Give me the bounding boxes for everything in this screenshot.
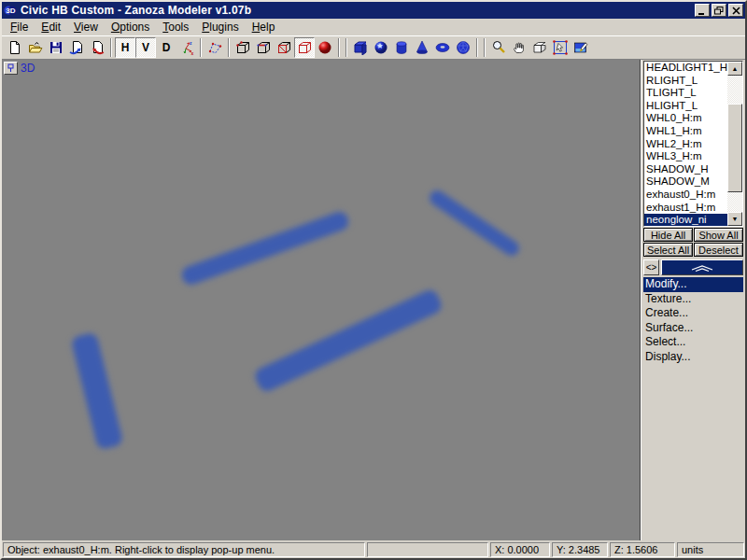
zoom-tool-button[interactable] [488, 37, 509, 58]
faces-mode-button[interactable] [274, 37, 294, 58]
side-menu-item-modify[interactable]: Modify... [643, 277, 743, 292]
side-menu-item-surface[interactable]: Surface... [643, 321, 743, 336]
object-list-item[interactable]: exhaust0_H:m [644, 189, 727, 202]
object-list-item[interactable]: HLIGHT_L [644, 100, 727, 113]
pan-tool-button[interactable] [509, 37, 529, 58]
save-file-button[interactable] [46, 37, 66, 58]
toolbar-separator [228, 38, 230, 57]
neon-bar-right[interactable] [427, 188, 522, 259]
view-cube-button[interactable] [529, 37, 550, 58]
arrow-down-icon: ▼ [732, 216, 739, 222]
side-menu-item-create[interactable]: Create... [643, 306, 743, 321]
object-list-item[interactable]: HEADLIGHT1_H [644, 62, 727, 75]
scrollbar-track[interactable] [727, 76, 742, 212]
status-message: Object: exhaust0_H:m. Right-click to dis… [3, 542, 365, 557]
objects-mode-button[interactable] [294, 37, 315, 58]
polygon-select-button[interactable] [204, 37, 225, 58]
window-title: Civic HB Custom - Zanoza Modeler v1.07b [21, 4, 693, 17]
scrollbar-thumb[interactable] [727, 104, 742, 192]
select-all-button[interactable]: Select All [643, 243, 693, 257]
menu-item-file[interactable]: File [4, 19, 35, 35]
object-list-item[interactable]: exhaust1_H:m [644, 202, 727, 215]
pin-icon [7, 63, 15, 73]
create-cone-button[interactable] [412, 37, 432, 58]
scroll-up-button[interactable]: ▲ [727, 62, 742, 76]
neon-bar-middle[interactable] [253, 287, 444, 394]
create-torus-button[interactable] [432, 37, 453, 58]
viewport[interactable]: 3D [2, 60, 641, 540]
new-file-icon [7, 40, 22, 55]
arrow-up-icon: ▲ [732, 65, 739, 72]
object-list-item[interactable]: WHL3_H:m [644, 150, 727, 163]
object-list-item[interactable]: TLIGHT_L [644, 87, 727, 100]
list-scrollbar[interactable]: ▲ ▼ [727, 62, 742, 226]
toolbar-separator [338, 38, 340, 57]
vertical-view-button[interactable]: V [135, 37, 156, 58]
app-window: 3D Civic HB Custom - Zanoza Modeler v1.0… [0, 0, 747, 560]
create-sphere-button[interactable] [371, 37, 391, 58]
object-list-item[interactable]: RLIGHT_L [644, 75, 727, 88]
polygon-select-icon [207, 40, 222, 55]
minimize-button[interactable] [695, 4, 710, 17]
viewport-pin-button[interactable] [4, 62, 18, 75]
cylinder-primitive-icon [394, 40, 409, 55]
show-all-button[interactable]: Show All [694, 228, 743, 242]
main-area: 3D HEADLIGHT1_HRLIGHT_LTLIGHT_LHLIGHT_LW… [2, 60, 745, 540]
object-list-item[interactable]: WHL2_H:m [644, 138, 727, 151]
render-tool-button[interactable] [571, 37, 591, 58]
neon-bar-top[interactable] [179, 209, 351, 287]
menu-item-plugins[interactable]: Plugins [195, 19, 245, 35]
import-arrow-icon [69, 40, 84, 55]
edges-mode-button[interactable] [253, 37, 274, 58]
create-geosphere-button[interactable] [453, 37, 473, 58]
faces-mode-cube-icon [276, 40, 292, 56]
side-menu-item-texture[interactable]: Texture... [643, 292, 743, 307]
close-button[interactable] [728, 4, 743, 17]
new-file-button[interactable] [5, 37, 25, 58]
hide-all-button[interactable]: Hide All [643, 228, 693, 242]
status-y-coordinate: Y: 2.3485 [552, 542, 608, 557]
rollup-button[interactable] [661, 259, 743, 275]
select-tool-button[interactable] [550, 37, 571, 58]
side-menu-item-display[interactable]: Display... [643, 350, 743, 365]
viewport-label: 3D [21, 62, 35, 75]
side-menu-item-select[interactable]: Select... [643, 335, 743, 350]
restore-button[interactable] [712, 4, 726, 17]
neon-bar-left[interactable] [70, 331, 123, 450]
side-menu: Modify...Texture...Create...Surface...Se… [643, 277, 743, 365]
magnifier-icon [491, 40, 506, 55]
create-box-button[interactable] [350, 37, 371, 58]
toolbar-separator [200, 38, 202, 57]
object-list-item[interactable]: neonglow_ni [644, 214, 727, 226]
vertices-mode-button[interactable] [233, 37, 253, 58]
horizontal-view-button[interactable]: H [115, 37, 135, 58]
create-cylinder-button[interactable] [391, 37, 412, 58]
object-list-item[interactable]: WHL1_H:m [644, 125, 727, 138]
object-list-item[interactable]: SHADOW_M [644, 175, 727, 189]
object-list-item[interactable]: WHL0_H:m [644, 112, 727, 125]
status-spacer [367, 542, 488, 557]
open-file-button[interactable] [25, 37, 46, 58]
import-button[interactable] [66, 37, 87, 58]
deselect-button[interactable]: Deselect [694, 243, 743, 257]
xyz-axes-icon: zx [179, 40, 194, 55]
menu-item-tools[interactable]: Tools [156, 19, 195, 35]
diagonal-view-button[interactable]: D [156, 37, 176, 58]
object-list-item[interactable]: SHADOW_H [644, 163, 727, 176]
menu-item-options[interactable]: Options [105, 19, 156, 35]
axes-button[interactable]: zx [176, 37, 197, 58]
menu-item-edit[interactable]: Edit [35, 19, 67, 35]
geosphere-primitive-icon [456, 40, 471, 55]
scroll-down-button[interactable]: ▼ [727, 212, 742, 226]
material-button[interactable] [315, 37, 335, 58]
edges-mode-cube-icon [256, 40, 272, 56]
menu-bar: FileEditViewOptionsToolsPluginsHelp [2, 19, 745, 36]
menu-item-help[interactable]: Help [246, 19, 282, 35]
status-x-coordinate: X: 0.0000 [490, 542, 550, 557]
export-button[interactable] [87, 37, 107, 58]
side-panel: HEADLIGHT1_HRLIGHT_LTLIGHT_LHLIGHT_LWHL0… [641, 60, 745, 540]
angle-brackets-button[interactable]: <> [643, 259, 659, 275]
status-z-coordinate: Z: 1.5606 [610, 542, 675, 557]
menu-item-view[interactable]: View [67, 19, 105, 35]
export-arrow-icon [90, 40, 105, 55]
